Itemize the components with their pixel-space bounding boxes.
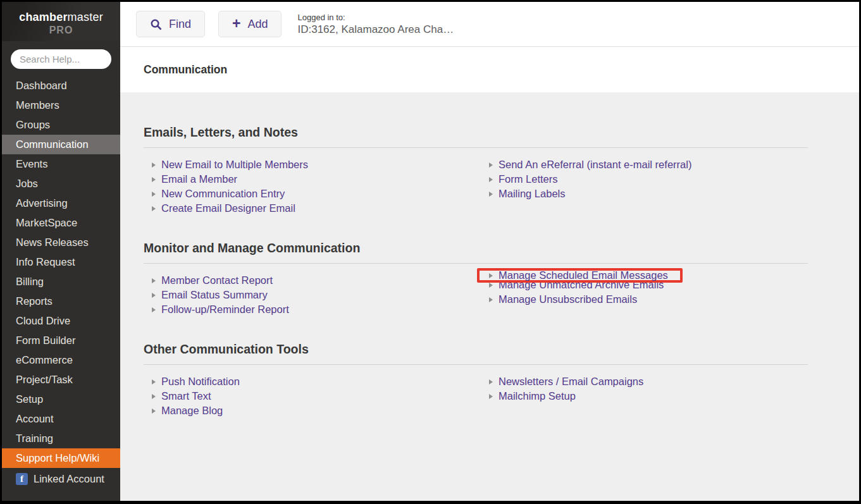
link-email-a-member[interactable]: Email a Member xyxy=(152,172,489,187)
search-help-input[interactable] xyxy=(11,49,111,69)
link-label[interactable]: Manage Scheduled Email Messages xyxy=(499,269,668,281)
arrow-right-icon xyxy=(152,394,156,399)
arrow-right-icon xyxy=(152,206,156,211)
link-manage-blog[interactable]: Manage Blog xyxy=(152,403,489,418)
logged-in-info: Logged in to: ID:3162, Kalamazoo Area Ch… xyxy=(297,13,454,36)
link-label[interactable]: Mailing Labels xyxy=(499,188,565,200)
link-follow-up-reminder-report[interactable]: Follow-up/Reminder Report xyxy=(152,302,489,317)
linked-account-label: Linked Account xyxy=(34,473,104,485)
add-button-label: Add xyxy=(247,18,268,31)
link-label[interactable]: Smart Text xyxy=(161,390,211,402)
sidebar-item-label: Support Help/Wiki xyxy=(16,452,99,464)
arrow-right-icon xyxy=(152,409,156,414)
link-label[interactable]: Push Notification xyxy=(161,376,240,388)
sidebar-item-members[interactable]: Members xyxy=(2,95,120,115)
link-create-email-designer-email[interactable]: Create Email Designer Email xyxy=(152,201,489,216)
link-member-contact-report[interactable]: Member Contact Report xyxy=(152,273,489,288)
link-new-communication-entry[interactable]: New Communication Entry xyxy=(152,187,489,201)
sidebar-item-label: Billing xyxy=(16,276,44,287)
sidebar-item-label: Dashboard xyxy=(16,80,67,91)
sidebar-item-training[interactable]: Training xyxy=(2,429,120,448)
highlighted-link-manage-scheduled-email-messages[interactable]: Manage Scheduled Email Messages xyxy=(477,268,683,283)
sidebar-item-ecommerce[interactable]: eCommerce xyxy=(2,350,120,370)
sidebar-item-events[interactable]: Events xyxy=(2,154,120,174)
link-column-left: New Email to Multiple MembersEmail a Mem… xyxy=(152,157,489,216)
logo-part-chamber: chamber xyxy=(19,11,67,23)
link-label[interactable]: Member Contact Report xyxy=(161,274,273,286)
link-label[interactable]: Send An eReferral (instant e-mail referr… xyxy=(499,159,691,171)
link-column-right: Send An eReferral (instant e-mail referr… xyxy=(489,157,808,216)
sidebar-item-form-builder[interactable]: Form Builder xyxy=(2,331,120,350)
link-label[interactable]: Manage Unsubscribed Emails xyxy=(499,293,637,305)
link-mailchimp-setup[interactable]: Mailchimp Setup xyxy=(489,389,808,403)
link-column-right: Newsletters / Email CampaignsMailchimp S… xyxy=(489,374,808,418)
link-mailing-labels[interactable]: Mailing Labels xyxy=(489,187,808,201)
link-form-letters[interactable]: Form Letters xyxy=(489,172,808,187)
link-label[interactable]: Follow-up/Reminder Report xyxy=(161,304,289,316)
link-smart-text[interactable]: Smart Text xyxy=(152,389,489,403)
sidebar-item-project-task[interactable]: Project/Task xyxy=(2,370,120,390)
sidebar-item-label: Account xyxy=(16,413,54,424)
arrow-right-icon xyxy=(489,273,493,278)
sidebar-item-marketspace[interactable]: MarketSpace xyxy=(2,213,120,233)
link-label[interactable]: New Communication Entry xyxy=(161,188,285,200)
sidebar-item-label: Form Builder xyxy=(16,335,75,346)
sidebar-item-setup[interactable]: Setup xyxy=(2,390,120,409)
sidebar-item-billing[interactable]: Billing xyxy=(2,272,120,292)
page-title: Communication xyxy=(144,63,227,77)
link-newsletters-email-campaigns[interactable]: Newsletters / Email Campaigns xyxy=(489,374,808,389)
arrow-right-icon xyxy=(152,163,156,168)
link-label[interactable]: New Email to Multiple Members xyxy=(161,159,308,171)
link-manage-unsubscribed-emails[interactable]: Manage Unsubscribed Emails xyxy=(489,292,808,307)
sidebar-item-reports[interactable]: Reports xyxy=(2,292,120,311)
facebook-icon: f xyxy=(16,473,28,485)
plus-icon: + xyxy=(232,16,240,31)
sidebar-item-dashboard[interactable]: Dashboard xyxy=(2,76,120,95)
add-button[interactable]: + Add xyxy=(218,11,282,37)
communication-menu-content: Emails, Letters, and NotesNew Email to M… xyxy=(120,92,859,501)
arrow-right-icon xyxy=(489,283,493,288)
link-label[interactable]: Email a Member xyxy=(161,173,237,185)
link-label[interactable]: Mailchimp Setup xyxy=(499,390,576,402)
link-label[interactable]: Form Letters xyxy=(499,173,558,185)
page-title-bar: Communication xyxy=(120,47,859,92)
find-button[interactable]: Find xyxy=(136,11,205,37)
section-heading: Monitor and Manage Communication xyxy=(144,241,808,255)
section-link-columns: Push NotificationSmart TextManage BlogNe… xyxy=(144,374,808,418)
section-divider xyxy=(144,364,808,365)
link-label[interactable]: Email Status Summary xyxy=(161,289,268,301)
arrow-right-icon xyxy=(489,297,493,302)
sidebar-item-jobs[interactable]: Jobs xyxy=(2,174,120,194)
link-new-email-to-multiple-members[interactable]: New Email to Multiple Members xyxy=(152,157,489,172)
link-label[interactable]: Manage Blog xyxy=(161,405,223,417)
link-label[interactable]: Newsletters / Email Campaigns xyxy=(499,376,643,388)
section-divider xyxy=(144,263,808,264)
sidebar-item-news-releases[interactable]: News Releases xyxy=(2,233,120,252)
arrow-right-icon xyxy=(489,394,493,399)
sidebar-item-account[interactable]: Account xyxy=(2,409,120,429)
sidebar-item-communication[interactable]: Communication xyxy=(2,135,120,154)
sidebar-item-groups[interactable]: Groups xyxy=(2,115,120,135)
link-email-status-summary[interactable]: Email Status Summary xyxy=(152,288,489,302)
sidebar-nav: DashboardMembersGroupsCommunicationEvent… xyxy=(2,76,120,468)
sidebar-item-advertising[interactable]: Advertising xyxy=(2,194,120,213)
sidebar-item-info-request[interactable]: Info Request xyxy=(2,252,120,272)
link-column-left: Push NotificationSmart TextManage Blog xyxy=(152,374,489,418)
link-send-an-ereferral-instant-e-mail-referral[interactable]: Send An eReferral (instant e-mail referr… xyxy=(489,157,808,172)
sidebar-item-label: Advertising xyxy=(16,197,68,209)
app-window: chambermaster PRO DashboardMembersGroups… xyxy=(0,0,861,504)
link-column-left: Member Contact ReportEmail Status Summar… xyxy=(152,273,489,317)
section-heading: Other Communication Tools xyxy=(144,342,808,357)
sidebar-item-cloud-drive[interactable]: Cloud Drive xyxy=(2,311,120,331)
logged-in-label: Logged in to: xyxy=(297,13,454,22)
arrow-right-icon xyxy=(152,278,156,283)
link-label[interactable]: Create Email Designer Email xyxy=(161,202,295,214)
arrow-right-icon xyxy=(152,192,156,197)
sidebar-item-label: Project/Task xyxy=(16,374,73,385)
link-push-notification[interactable]: Push Notification xyxy=(152,374,489,389)
sidebar-item-support-help-wiki[interactable]: Support Help/Wiki xyxy=(2,448,120,468)
section-monitor-and-manage-communication: Monitor and Manage CommunicationMember C… xyxy=(144,241,808,317)
arrow-right-icon xyxy=(489,163,493,168)
linked-account-item[interactable]: f Linked Account xyxy=(2,468,120,490)
logo-pro-label: PRO xyxy=(7,25,115,36)
